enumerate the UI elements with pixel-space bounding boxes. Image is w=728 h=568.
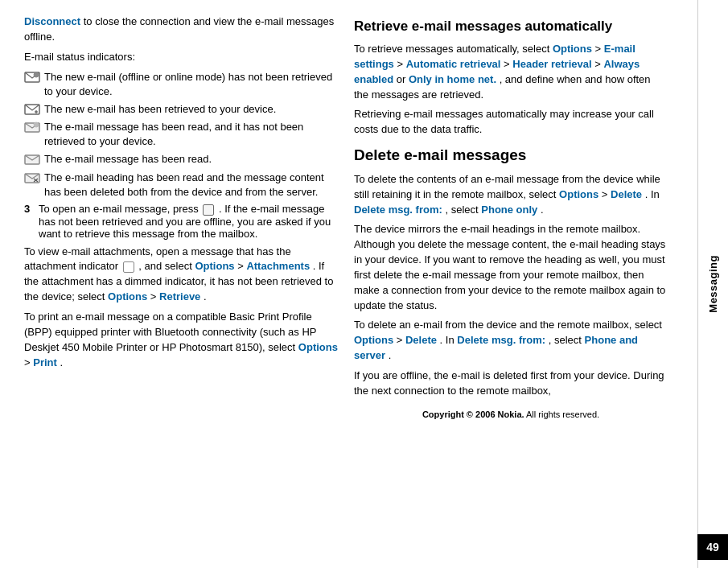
disconnect-para: Disconnect to close the connection and v…	[24, 14, 338, 45]
status-item-1: The new e-mail (offline or online mode) …	[24, 70, 338, 99]
attachments-link: Attachments	[246, 260, 310, 272]
status-item-5: The e-mail heading has been read and the…	[24, 171, 338, 200]
svg-point-1	[34, 72, 39, 77]
options-link-print: Options	[298, 341, 338, 353]
retrieve-para1: To retrieve messages automatically, sele…	[354, 42, 668, 102]
retrieve-para2: Retrieving e-mail messages automatically…	[354, 107, 668, 138]
options-retrieve: Options	[553, 43, 592, 55]
email-read-not-retrieved-icon	[24, 121, 40, 134]
attachments-para: To view e-mail attachments, open a messa…	[24, 245, 338, 305]
delete-para1: To delete the contents of an e-mail mess…	[354, 172, 668, 218]
button-icon	[203, 204, 214, 216]
status-item-4: The e-mail message has been read.	[24, 152, 338, 167]
status-heading: E-mail status indicators:	[24, 50, 338, 65]
header-retrieval-link: Header retrieval	[512, 58, 591, 70]
attachment-indicator-icon	[123, 261, 134, 273]
new-email-retrieved-icon	[24, 103, 40, 116]
page-number-box: 49	[697, 534, 728, 560]
status-item-3: The e-mail message has been read, and it…	[24, 120, 338, 149]
options-link-attach2: Options	[108, 290, 147, 303]
options-delete1: Options	[559, 188, 598, 200]
retrieve-link: Retrieve	[159, 290, 200, 303]
sidebar-label: Messaging	[707, 255, 719, 313]
new-email-offline-icon	[24, 71, 40, 84]
right-column: Retrieve e-mail messages automatically T…	[354, 14, 668, 554]
status-text-2: The new e-mail has been retrieved to you…	[44, 102, 276, 117]
step3-number: 3	[24, 203, 34, 240]
page-container: Disconnect to close the connection and v…	[0, 0, 728, 568]
email-read-icon	[24, 153, 40, 166]
sidebar: Messaging 49	[697, 0, 728, 568]
delete-msg-from-link1: Delete msg. from:	[354, 204, 442, 216]
content-area: Disconnect to close the connection and v…	[0, 0, 697, 568]
delete-para4: If you are offline, the e-mail is delete…	[354, 368, 668, 399]
delete-heading: Delete e-mail messages	[354, 146, 668, 166]
svg-point-6	[34, 122, 39, 127]
copyright-line: Copyright © 2006 Nokia. All rights reser…	[354, 409, 668, 422]
disconnect-link: Disconnect	[24, 15, 80, 27]
copyright-text: Copyright © 2006 Nokia.	[422, 410, 524, 419]
options-link-attach: Options	[195, 260, 234, 272]
auto-retrieval-link: Automatic retrieval	[406, 58, 501, 70]
print-link: Print	[33, 356, 57, 368]
phone-only-link: Phone only	[481, 204, 537, 216]
status-text-1: The new e-mail (offline or online mode) …	[44, 70, 338, 99]
step3-content: To open an e-mail message, press . If th…	[39, 203, 338, 240]
delete-link2: Delete	[405, 334, 437, 346]
delete-para2: The device mirrors the e-mail headings i…	[354, 222, 668, 313]
options-delete2: Options	[354, 334, 393, 346]
status-text-5: The e-mail heading has been read and the…	[44, 171, 338, 200]
left-column: Disconnect to close the connection and v…	[24, 14, 338, 554]
status-text-3: The e-mail message has been read, and it…	[44, 120, 338, 149]
retrieve-heading: Retrieve e-mail messages automatically	[354, 18, 668, 35]
page-number: 49	[706, 541, 719, 554]
status-item-2: The new e-mail has been retrieved to you…	[24, 102, 338, 117]
status-text-4: The e-mail message has been read.	[44, 152, 212, 167]
delete-link1: Delete	[611, 188, 642, 200]
copyright-rights: All rights reserved.	[526, 410, 599, 419]
delete-msg-from-link2: Delete msg. from:	[457, 334, 545, 346]
only-home-net-link: Only in home net.	[409, 73, 496, 85]
email-heading-deleted-icon	[24, 171, 40, 184]
delete-para3: To delete an e-mail from the device and …	[354, 318, 668, 364]
print-para: To print an e-mail message on a compatib…	[24, 310, 338, 370]
step3-item: 3 To open an e-mail message, press . If …	[24, 203, 338, 240]
